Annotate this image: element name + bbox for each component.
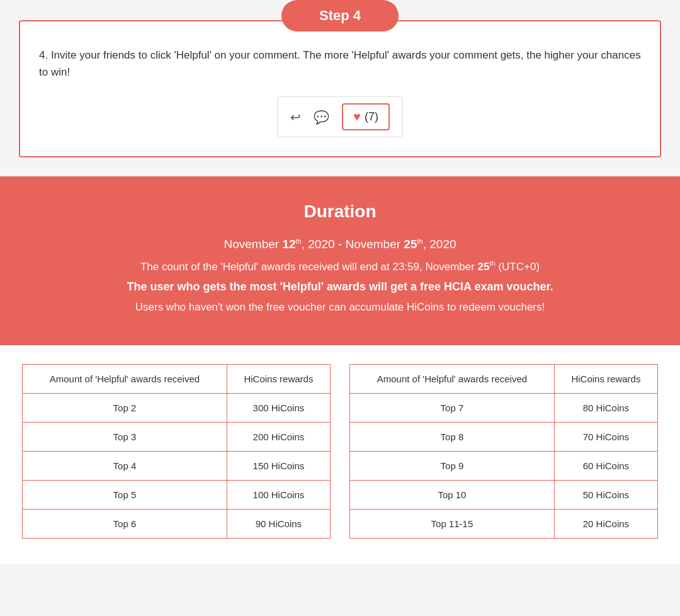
table-row: Top 960 HiCoins (350, 452, 658, 481)
heart-icon: ♥ (353, 110, 361, 124)
left-col2-header: HiCoins rewards (227, 365, 330, 394)
duration-date: November 12th, 2020 - November 25th, 202… (19, 237, 661, 251)
duration-note-num: 25 (478, 260, 490, 272)
duration-note: The count of the 'Helpful' awards receiv… (19, 260, 661, 273)
duration-date-suffix: , 2020 (423, 238, 456, 251)
rank-cell: Top 6 (23, 510, 227, 539)
table-row: Top 780 HiCoins (350, 394, 658, 423)
duration-note-prefix: The count of the 'Helpful' awards receiv… (140, 260, 478, 272)
right-reward-table: Amount of 'Helpful' awards received HiCo… (349, 364, 658, 539)
duration-end-num: 25 (404, 238, 417, 251)
duration-start-sup: th (296, 237, 302, 245)
left-col1-header: Amount of 'Helpful' awards received (23, 365, 227, 394)
step4-description: 4. Invite your friends to click 'Helpful… (39, 47, 641, 81)
table-row: Top 4150 HiCoins (23, 452, 331, 481)
reward-cell: 90 HiCoins (227, 510, 330, 539)
table-row: Top 690 HiCoins (23, 510, 331, 539)
step4-pill: Step 4 (281, 0, 399, 31)
step4-image-area: ↩ 💬 ♥ (7) (39, 96, 641, 137)
tables-section: Amount of 'Helpful' awards received HiCo… (0, 345, 680, 564)
duration-title: Duration (19, 202, 661, 222)
right-col2-header: HiCoins rewards (554, 365, 657, 394)
reward-cell: 60 HiCoins (554, 452, 657, 481)
table-row: Top 5100 HiCoins (23, 481, 331, 510)
rank-cell: Top 3 (23, 423, 227, 452)
reward-cell: 150 HiCoins (227, 452, 330, 481)
rank-cell: Top 2 (23, 394, 227, 423)
rank-cell: Top 10 (350, 481, 555, 510)
duration-start-num: 12 (282, 238, 295, 251)
table-row: Top 11-1520 HiCoins (350, 510, 658, 539)
rank-cell: Top 8 (350, 423, 555, 452)
helpful-count: (7) (365, 110, 378, 123)
rank-cell: Top 9 (350, 452, 555, 481)
step4-box: 4. Invite your friends to click 'Helpful… (19, 20, 661, 157)
duration-highlight: The user who gets the most 'Helpful' awa… (19, 280, 661, 294)
table-row: Top 870 HiCoins (350, 423, 658, 452)
right-col1-header: Amount of 'Helpful' awards received (350, 365, 555, 394)
reward-cell: 100 HiCoins (227, 481, 330, 510)
step4-pill-container: Step 4 (19, 0, 661, 31)
reply-icon[interactable]: ↩ (290, 110, 301, 125)
reward-cell: 80 HiCoins (554, 394, 657, 423)
duration-note-sup: th (490, 260, 496, 267)
reward-cell: 70 HiCoins (554, 423, 657, 452)
rank-cell: Top 7 (350, 394, 555, 423)
rank-cell: Top 11-15 (350, 510, 555, 539)
duration-section: Duration November 12th, 2020 - November … (0, 176, 680, 345)
duration-extra: Users who haven't won the free voucher c… (19, 301, 661, 314)
comment-icon[interactable]: 💬 (314, 110, 329, 125)
rank-cell: Top 5 (23, 481, 227, 510)
step4-section: Step 4 4. Invite your friends to click '… (0, 0, 680, 176)
helpful-button[interactable]: ♥ (7) (342, 103, 390, 130)
reward-cell: 300 HiCoins (227, 394, 330, 423)
duration-date-prefix: November (224, 238, 282, 251)
reward-cell: 200 HiCoins (227, 423, 330, 452)
duration-end-sup: th (417, 237, 423, 245)
left-reward-table: Amount of 'Helpful' awards received HiCo… (22, 364, 331, 539)
reward-cell: 50 HiCoins (554, 481, 657, 510)
rank-cell: Top 4 (23, 452, 227, 481)
table-row: Top 3200 HiCoins (23, 423, 331, 452)
table-row: Top 1050 HiCoins (350, 481, 658, 510)
duration-date-middle: , 2020 - November (302, 238, 404, 251)
duration-note-suffix: (UTC+0) (496, 260, 540, 272)
reward-cell: 20 HiCoins (554, 510, 657, 539)
table-row: Top 2300 HiCoins (23, 394, 331, 423)
comment-actions-mock: ↩ 💬 ♥ (7) (277, 96, 403, 137)
